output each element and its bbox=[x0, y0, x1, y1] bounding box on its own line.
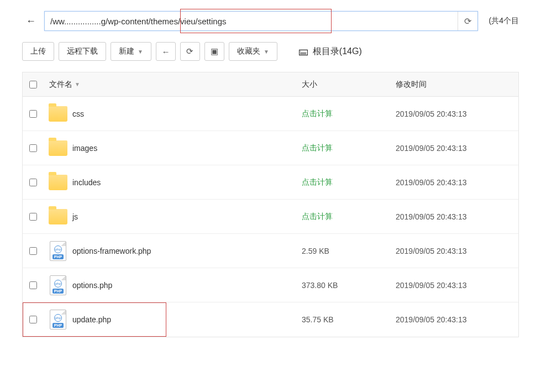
row-checkbox[interactable] bbox=[29, 316, 37, 323]
column-name-header[interactable]: 文件名 ▼ bbox=[46, 80, 302, 90]
file-modified-date: 2019/09/05 20:43:13 bbox=[396, 281, 512, 290]
view-mode-button[interactable]: ▣ bbox=[204, 42, 224, 61]
file-icon-wrap bbox=[46, 106, 70, 122]
file-modified-date: 2019/09/05 20:43:13 bbox=[396, 212, 512, 221]
disk-icon: 🖴 bbox=[298, 46, 308, 58]
file-name[interactable]: css bbox=[70, 109, 302, 118]
item-count: (共4个目 bbox=[489, 16, 519, 26]
image-icon: ▣ bbox=[211, 46, 218, 56]
sort-descending-icon: ▼ bbox=[75, 81, 80, 87]
column-modified-header[interactable]: 修改时间 bbox=[396, 80, 512, 90]
file-size: 2.59 KB bbox=[302, 247, 396, 255]
folder-icon bbox=[49, 106, 67, 122]
path-input-container: ⟳ bbox=[44, 11, 478, 31]
root-label: 根目录(14G) bbox=[313, 46, 362, 58]
arrow-left-icon: ← bbox=[26, 15, 36, 27]
row-checkbox[interactable] bbox=[29, 144, 37, 152]
nav-back-button[interactable]: ← bbox=[156, 42, 176, 61]
chevron-down-icon: ▼ bbox=[264, 49, 269, 55]
file-table: 文件名 ▼ 大小 修改时间 css点击计算2019/09/05 20:43:13… bbox=[22, 72, 519, 337]
folder-icon bbox=[49, 175, 67, 190]
row-checkbox[interactable] bbox=[29, 247, 37, 255]
root-directory-info: 🖴 根目录(14G) bbox=[298, 46, 362, 58]
remote-download-button[interactable]: 远程下载 bbox=[59, 42, 106, 61]
arrow-left-icon: ← bbox=[161, 47, 170, 56]
folder-icon bbox=[49, 209, 67, 224]
back-button[interactable]: ← bbox=[22, 12, 40, 30]
file-modified-date: 2019/09/05 20:43:13 bbox=[396, 178, 512, 187]
file-modified-date: 2019/09/05 20:43:13 bbox=[396, 315, 512, 324]
table-row[interactable]: phpPHPoptions.php373.80 KB2019/09/05 20:… bbox=[23, 268, 518, 302]
file-size[interactable]: 点击计算 bbox=[302, 177, 396, 187]
new-label: 新建 bbox=[119, 46, 134, 56]
folder-icon bbox=[49, 140, 67, 156]
file-icon-wrap bbox=[46, 209, 70, 224]
file-modified-date: 2019/09/05 20:43:13 bbox=[396, 109, 512, 118]
table-header: 文件名 ▼ 大小 修改时间 bbox=[23, 72, 518, 97]
file-size[interactable]: 点击计算 bbox=[302, 109, 396, 119]
table-row[interactable]: includes点击计算2019/09/05 20:43:13 bbox=[23, 165, 518, 200]
table-row[interactable]: images点击计算2019/09/05 20:43:13 bbox=[23, 131, 518, 165]
file-name[interactable]: includes bbox=[70, 178, 302, 187]
file-name[interactable]: images bbox=[70, 144, 302, 153]
file-icon-wrap: phpPHP bbox=[46, 275, 70, 295]
file-name[interactable]: js bbox=[70, 212, 302, 221]
file-size: 35.75 KB bbox=[302, 315, 396, 324]
file-size[interactable]: 点击计算 bbox=[302, 143, 396, 153]
row-checkbox[interactable] bbox=[29, 110, 37, 118]
favorites-label: 收藏夹 bbox=[237, 46, 260, 56]
refresh-button[interactable]: ⟳ bbox=[458, 12, 477, 30]
toolbar: 上传 远程下载 新建 ▼ ← ⟳ ▣ 收藏夹 ▼ 🖴 根目录(14G) bbox=[0, 36, 541, 72]
table-row[interactable]: phpPHPoptions-framework.php2.59 KB2019/0… bbox=[23, 234, 518, 268]
new-button[interactable]: 新建 ▼ bbox=[111, 42, 151, 61]
file-size: 373.80 KB bbox=[302, 281, 396, 290]
chevron-down-icon: ▼ bbox=[138, 49, 143, 55]
file-icon-wrap bbox=[46, 175, 70, 190]
row-checkbox[interactable] bbox=[29, 179, 37, 186]
table-row[interactable]: css点击计算2019/09/05 20:43:13 bbox=[23, 97, 518, 131]
table-row[interactable]: js点击计算2019/09/05 20:43:13 bbox=[23, 200, 518, 234]
file-name[interactable]: update.php bbox=[70, 315, 302, 324]
favorites-button[interactable]: 收藏夹 ▼ bbox=[229, 42, 277, 61]
row-checkbox[interactable] bbox=[29, 213, 37, 221]
table-row[interactable]: phpPHPupdate.php35.75 KB2019/09/05 20:43… bbox=[23, 302, 518, 337]
select-all-checkbox[interactable] bbox=[29, 81, 37, 88]
php-file-icon: phpPHP bbox=[50, 310, 66, 330]
php-file-icon: phpPHP bbox=[50, 275, 66, 295]
file-modified-date: 2019/09/05 20:43:13 bbox=[396, 247, 512, 255]
column-name-label: 文件名 bbox=[49, 80, 72, 90]
path-input[interactable] bbox=[45, 12, 458, 30]
file-name[interactable]: options.php bbox=[70, 281, 302, 290]
file-size[interactable]: 点击计算 bbox=[302, 212, 396, 222]
column-size-header[interactable]: 大小 bbox=[302, 80, 396, 90]
php-file-icon: phpPHP bbox=[50, 241, 66, 261]
file-icon-wrap: phpPHP bbox=[46, 241, 70, 261]
upload-button[interactable]: 上传 bbox=[22, 42, 54, 61]
row-checkbox[interactable] bbox=[29, 281, 37, 289]
file-icon-wrap: phpPHP bbox=[46, 310, 70, 330]
path-bar: ← ⟳ (共4个目 bbox=[0, 0, 541, 36]
refresh-toolbar-button[interactable]: ⟳ bbox=[180, 42, 200, 61]
refresh-icon: ⟳ bbox=[464, 16, 471, 27]
file-name[interactable]: options-framework.php bbox=[70, 247, 302, 255]
refresh-icon: ⟳ bbox=[186, 46, 193, 56]
file-modified-date: 2019/09/05 20:43:13 bbox=[396, 144, 512, 153]
file-icon-wrap bbox=[46, 140, 70, 156]
